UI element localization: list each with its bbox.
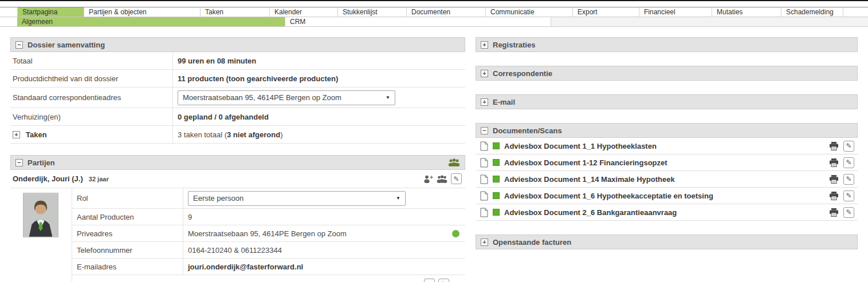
email-link[interactable]: jouri.onderdijk@fasterforward.nl [188, 263, 303, 271]
document-title[interactable]: Adviesbox Document 1_14 Maximale Hypothe… [504, 175, 675, 184]
tab-algemeen[interactable]: Algemeen [17, 17, 285, 26]
print-icon[interactable] [829, 192, 839, 200]
partijen-header: − Partijen [10, 155, 465, 170]
dossier-summary-header: − Dossier samenvatting [10, 37, 465, 52]
selected-option: Moerstraatsebaan 95, 4614PE Bergen op Zo… [183, 93, 341, 102]
person-detail-table: Rol Eerste persoon ▼ Aantal Producten 9 [72, 188, 465, 282]
group-icon[interactable] [437, 175, 447, 183]
status-dot-green[interactable] [452, 230, 459, 237]
expand-icon[interactable]: + [13, 131, 20, 138]
document-row[interactable]: Adviesbox Document 1_6 Hypotheekacceptat… [476, 188, 858, 204]
right-column: + Registraties + Correspondentie + E-mai… [476, 37, 858, 263]
tab-taken[interactable]: Taken [201, 7, 270, 17]
tab-partijen-objecten[interactable]: Partijen & objecten [84, 7, 201, 17]
row-value: jouri.onderdijk@fasterforward.nl [183, 263, 465, 271]
document-title[interactable]: Adviesbox Document 2_6 Bankgarantieaanvr… [504, 208, 677, 217]
document-title[interactable]: Adviesbox Document 1_6 Hypotheekacceptat… [504, 192, 713, 200]
expand-icon[interactable]: + [481, 239, 488, 246]
print-icon[interactable] [829, 158, 839, 167]
status-square-green [493, 192, 500, 199]
panel-title: Dossier samenvatting [28, 41, 105, 49]
document-title[interactable]: Adviesbox Document 1_1 Hypotheeklasten [504, 142, 657, 150]
document-row[interactable]: Adviesbox Document 1-12 Financieringsopz… [476, 154, 858, 171]
label-text: Aantal Producten [77, 213, 134, 221]
expand-icon[interactable]: + [481, 70, 488, 77]
document-title[interactable]: Adviesbox Document 1-12 Financieringsopz… [504, 158, 667, 167]
edit-document-button[interactable]: ✎ [843, 157, 854, 168]
secondary-tab-filler [551, 17, 868, 26]
partijen-panel: − Partijen Onderdijk, Jouri (J.) 32 jaar [10, 155, 465, 282]
edit-document-button[interactable]: ✎ [843, 190, 854, 201]
print-icon[interactable] [829, 208, 839, 217]
tab-schademelding[interactable]: Schademelding [781, 7, 843, 17]
tab-documenten[interactable]: Documenten [407, 7, 486, 17]
pencil-icon: ✎ [846, 192, 851, 199]
pencil-icon: ✎ [846, 142, 851, 149]
tab-financieel[interactable]: Financieel [639, 7, 712, 17]
table-row-correspondentieadres: Standaard correspondentieadres Moerstraa… [10, 88, 465, 108]
table-row-telefoonnummer: Telefoonnummer 0164-210240 & 0611223344 [72, 242, 465, 259]
edit-button[interactable]: ✎ [438, 279, 449, 282]
expand-icon[interactable]: + [481, 41, 488, 49]
group-icon[interactable] [448, 158, 460, 166]
print-icon[interactable] [829, 175, 839, 184]
panel-title: Registraties [493, 41, 535, 49]
document-row[interactable]: Adviesbox Document 2_6 Bankgarantieaanvr… [476, 204, 858, 221]
document-row[interactable]: Adviesbox Document 1_1 Hypotheeklasten ✎ [476, 138, 858, 154]
edit-document-button[interactable]: ✎ [843, 174, 854, 185]
archived-products-link[interactable]: 11 producten (toon gearchiveerde product… [178, 74, 338, 83]
chevron-down-icon: ▼ [386, 95, 390, 100]
document-icon [480, 141, 488, 151]
collapse-icon[interactable]: − [15, 41, 23, 49]
tab-stukkenlijst[interactable]: Stukkenlijst [338, 7, 407, 17]
label-text: Productdichtheid van dit dossier [13, 74, 118, 83]
expand-icon[interactable]: + [481, 98, 488, 106]
correspondence-address-select[interactable]: Moerstraatsebaan 95, 4614PE Bergen op Zo… [178, 90, 395, 105]
print-icon[interactable] [829, 142, 839, 150]
role-select[interactable]: Eerste persoon ▼ [188, 191, 406, 206]
tab-mutaties[interactable]: Mutaties [712, 7, 781, 17]
table-row-productdichtheid: Productdichtheid van dit dossier 11 prod… [10, 70, 465, 88]
value-bold-text: 3 niet afgerond [227, 130, 280, 139]
edit-person-button[interactable]: ✎ [451, 173, 462, 184]
label-text: E-mailadres [77, 263, 116, 271]
registraties-header: + Registraties [476, 37, 858, 52]
edit-document-button[interactable]: ✎ [843, 141, 854, 152]
person-name[interactable]: Onderdijk, Jouri (J.) [13, 174, 83, 183]
label-text: Rol [77, 194, 88, 202]
value-text: ) [280, 130, 282, 139]
panel-title: E-mail [493, 98, 515, 106]
chevron-down-icon: ▼ [396, 196, 400, 201]
collapse-icon[interactable]: − [481, 127, 488, 134]
add-person-icon[interactable] [423, 175, 433, 183]
pencil-icon: ✎ [846, 176, 851, 182]
row-label: Verhuizing(en) [10, 108, 173, 125]
table-row-emailadres: E-mailadres jouri.onderdijk@fasterforwar… [72, 259, 465, 275]
label-text: Telefoonnummer [77, 246, 132, 255]
status-square-green [493, 142, 500, 149]
row-label: Telefoonnummer [72, 242, 183, 258]
tab-crm[interactable]: CRM [285, 17, 551, 26]
avatar [23, 193, 58, 237]
row-value: 99 uren en 08 minuten [173, 57, 465, 65]
person-row: Onderdijk, Jouri (J.) 32 jaar ✎ [10, 170, 465, 188]
table-row-aantal-producten: Aantal Producten 9 [72, 209, 465, 225]
collapse-icon[interactable]: − [15, 159, 23, 166]
table-row-rol: Rol Eerste persoon ▼ [72, 188, 465, 209]
add-button[interactable]: + [424, 279, 435, 282]
document-icon [480, 158, 488, 168]
openstaande-facturen-panel: + Openstaande facturen [476, 235, 858, 249]
registraties-panel: + Registraties [476, 37, 858, 52]
value-text: 0 gepland / 0 afgehandeld [178, 113, 269, 121]
tab-startpagina[interactable]: Startpagina [17, 7, 84, 17]
table-row-verhuizing: Verhuizing(en) 0 gepland / 0 afgehandeld [10, 108, 465, 126]
edit-document-button[interactable]: ✎ [843, 207, 854, 218]
correspondentie-header: + Correspondentie [476, 66, 858, 81]
tab-communicatie[interactable]: Communicatie [486, 7, 573, 17]
document-row[interactable]: Adviesbox Document 1_14 Maximale Hypothe… [476, 171, 858, 188]
value-text: 0164-210240 & 0611223344 [188, 246, 282, 255]
email-header: + E-mail [476, 94, 858, 109]
row-label: Priveadres [72, 225, 183, 241]
tab-kalender[interactable]: Kalender [270, 7, 338, 17]
tab-export[interactable]: Export [573, 7, 639, 17]
